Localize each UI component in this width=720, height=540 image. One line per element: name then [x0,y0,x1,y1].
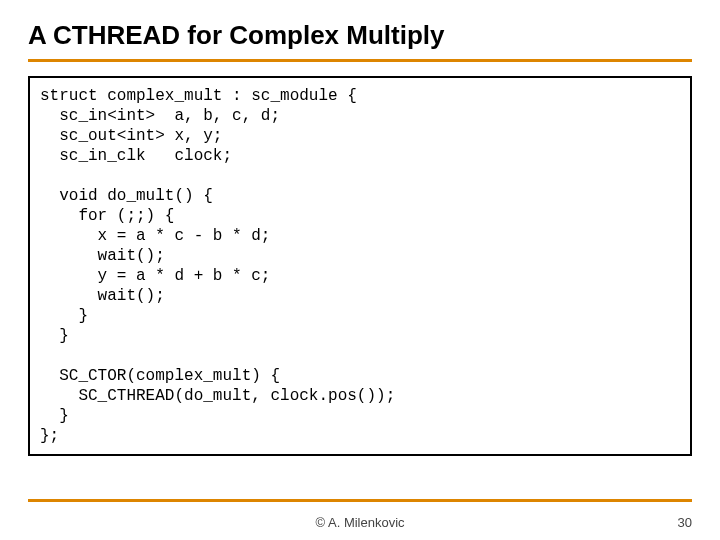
footer-author: © A. Milenkovic [0,515,720,530]
slide-title: A CTHREAD for Complex Multiply [28,20,692,57]
code-block: struct complex_mult : sc_module { sc_in<… [28,76,692,456]
author-name: A. Milenkovic [328,515,405,530]
footer-divider [28,499,692,502]
title-underline [28,59,692,62]
page-number: 30 [678,515,692,530]
slide: A CTHREAD for Complex Multiply struct co… [0,0,720,540]
copyright-icon: © [315,515,325,530]
